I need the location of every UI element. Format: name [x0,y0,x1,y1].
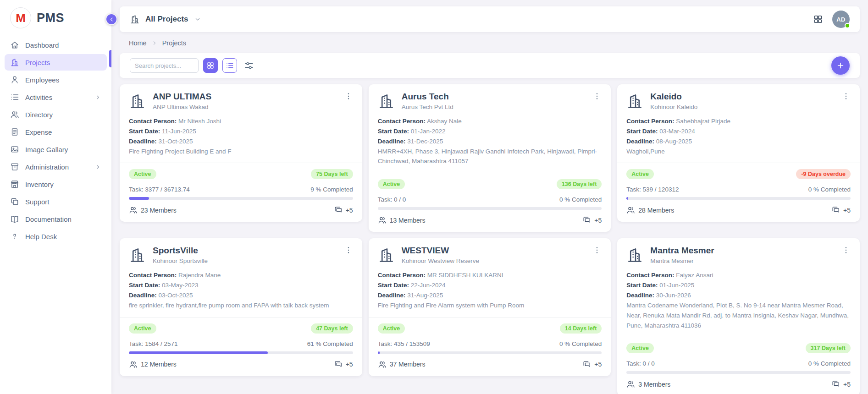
sidebar-item-dashboard[interactable]: Dashboard [5,37,107,53]
project-subtitle: Mantra Mesmer [650,257,714,264]
deadline-row: Deadline: 30-Jun-2026 [626,290,851,301]
avatar[interactable]: AD [832,11,850,28]
kebab-menu-icon[interactable] [592,246,602,255]
chevron-down-icon[interactable] [194,16,201,23]
list-view-icon [226,61,234,70]
members-icon [129,360,138,369]
start-date: 22-Jun-2024 [411,282,446,289]
sidebar-item-documentation[interactable]: Documentation [5,211,107,227]
project-title: ANP ULTIMAS [153,92,211,102]
help-icon [10,232,19,241]
card-header: Mantra Mesmer Mantra Mesmer [626,246,851,264]
project-card[interactable]: Mantra Mesmer Mantra Mesmer Contact Pers… [617,238,860,394]
comments-group[interactable]: +5 [831,206,851,214]
kebab-menu-icon[interactable] [841,246,851,255]
search-input[interactable] [130,58,199,73]
sidebar-item-directory[interactable]: Directory [5,106,107,123]
grid-view-button[interactable] [203,58,218,73]
start-date: 03-Mar-2024 [659,128,695,135]
main-content: All Projects AD Home Projects [111,0,868,394]
sidebar-collapse-button[interactable] [105,13,117,25]
comments-group[interactable]: +5 [582,216,602,224]
sidebar-item-expense[interactable]: Expense [5,124,107,140]
kebab-menu-icon[interactable] [344,246,353,255]
receipt-icon [10,127,19,137]
deadline-row: Deadline: 31-Aug-2025 [378,290,602,301]
project-info: Contact Person: Mr Nitesh Joshi Start Da… [129,116,353,156]
sidebar-item-inventory[interactable]: Inventory [5,176,107,192]
kebab-menu-icon[interactable] [592,92,602,101]
members-group[interactable]: 23 Members [129,206,177,214]
project-title: Kaleido [650,92,697,102]
project-card[interactable]: Kaleido Kohinoor Kaleido Contact Person:… [617,84,860,222]
apps-grid-icon[interactable] [813,14,823,24]
comments-group[interactable]: +5 [334,360,353,369]
contact-row: Contact Person: Mr Nitesh Joshi [129,116,353,126]
completed-percent: 0 % Completed [808,360,851,367]
chat-icon [334,360,343,369]
comments-group[interactable]: +5 [334,206,353,214]
project-description: fire sprinkler, fire hydrant,fire pump r… [129,301,353,311]
sidebar-item-projects[interactable]: Projects [5,54,107,71]
divider [120,163,362,163]
breadcrumb-home[interactable]: Home [129,39,147,47]
badge-row: Active -9 Days overdue [626,169,851,179]
progress-bar [129,197,353,200]
sidebar: M PMS Dashboard Projects Employees Activ… [0,0,111,394]
chat-icon [334,206,343,214]
deadline-row: Deadline: 08-Aug-2025 [626,137,851,147]
members-group[interactable]: 3 Members [626,380,670,389]
divider [369,317,611,317]
deadline: 31-Dec-2025 [407,138,443,145]
projects-grid: ANP ULTIMAS ANP Ultimas Wakad Contact Pe… [120,84,860,394]
project-description: Fire Fighting Project Building E and F [129,147,353,157]
kebab-menu-icon[interactable] [841,92,851,101]
sidebar-item-image-gallary[interactable]: Image Gallary [5,141,107,158]
avatar-initials: AD [836,16,846,23]
page-header: All Projects AD [120,6,860,32]
filter-button[interactable] [242,58,256,73]
days-left-badge: 317 Days left [806,343,851,353]
copy-icon [10,197,19,206]
badge-row: Active 75 Days left [129,169,353,179]
chevron-right-icon [151,40,158,46]
contact-row: Contact Person: Faiyaz Ansari [626,270,851,280]
sidebar-item-employees[interactable]: Employees [5,71,107,88]
sidebar-item-help-desk[interactable]: Help Desk [5,228,107,245]
project-card[interactable]: Aurus Tech Aurus Tech Pvt Ltd Contact Pe… [369,84,611,232]
sidebar-item-administration[interactable]: Administration [5,159,107,175]
badge-row: Active 136 Days left [378,179,602,189]
members-group[interactable]: 12 Members [129,360,177,369]
members-group[interactable]: 13 Members [378,216,426,224]
members-group[interactable]: 37 Members [378,360,426,369]
project-description: Fire Fighting and Fire Alarm system with… [378,301,602,311]
completed-percent: 9 % Completed [310,186,353,193]
people-icon [10,110,19,119]
header-title-group[interactable]: All Projects [130,14,201,24]
add-project-button[interactable] [831,56,850,75]
project-card[interactable]: WESTVIEW Kohinoor Westview Reserve Conta… [369,238,611,376]
task-count: Task: 1584 / 2571 [129,340,178,347]
comments-group[interactable]: +5 [831,380,851,389]
project-card[interactable]: ANP ULTIMAS ANP Ultimas Wakad Contact Pe… [120,84,362,222]
progress-fill [378,351,380,354]
list-view-button[interactable] [222,58,237,73]
days-left-badge: 136 Days left [557,179,602,189]
project-description: Wagholi,Pune [626,147,851,157]
members-group[interactable]: 28 Members [626,206,674,214]
building-icon [378,93,395,109]
sidebar-item-activities[interactable]: Activities [5,89,107,105]
project-subtitle: Aurus Tech Pvt Ltd [402,104,453,110]
project-card[interactable]: SportsVille Kohinoor Sportsville Contact… [120,238,362,376]
task-count: Task: 0 / 0 [626,360,655,367]
kebab-menu-icon[interactable] [344,92,353,101]
progress-bar [129,351,353,354]
comments-group[interactable]: +5 [582,360,602,369]
project-subtitle: Kohinoor Westview Reserve [402,257,479,264]
sidebar-item-support[interactable]: Support [5,193,107,210]
progress-fill [626,197,628,200]
members-count: 28 Members [638,207,674,214]
badge-row: Active 317 Days left [626,343,851,353]
breadcrumb-current: Projects [162,39,186,47]
book-icon [10,214,19,224]
